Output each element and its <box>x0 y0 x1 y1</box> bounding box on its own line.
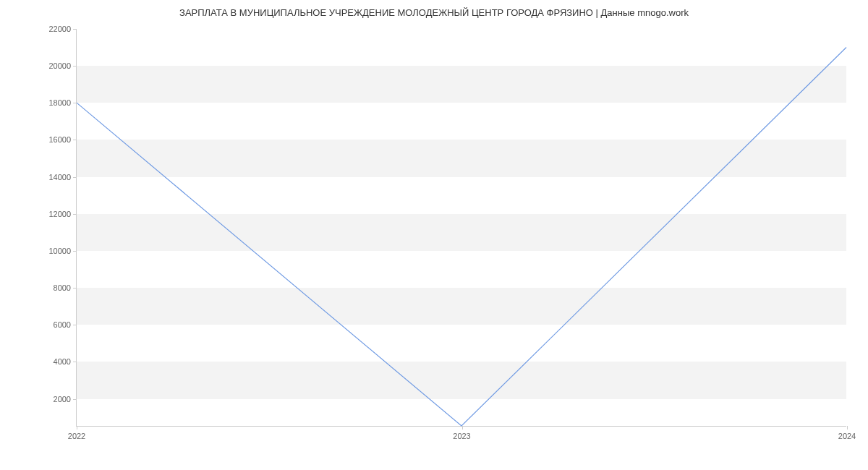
y-tick-label: 20000 <box>48 61 71 70</box>
y-tick-mark <box>73 29 77 30</box>
y-tick-label: 14000 <box>48 173 71 181</box>
x-tick-mark <box>77 426 77 430</box>
y-tick-mark <box>73 214 77 215</box>
series-line <box>77 48 846 426</box>
y-tick-label: 10000 <box>48 247 71 255</box>
y-tick-mark <box>73 325 77 325</box>
y-tick-mark <box>73 288 77 289</box>
chart-container: ЗАРПЛАТА В МУНИЦИПАЛЬНОЕ УЧРЕЖДЕНИЕ МОЛО… <box>0 0 868 470</box>
chart-svg <box>77 29 846 426</box>
y-tick-label: 18000 <box>48 98 71 107</box>
y-tick-mark <box>73 140 77 140</box>
x-tick-label: 2024 <box>838 432 856 440</box>
y-tick-label: 8000 <box>54 283 71 292</box>
y-tick-label: 12000 <box>48 210 71 218</box>
y-tick-mark <box>73 177 77 178</box>
y-tick-label: 4000 <box>54 357 71 366</box>
chart-title: ЗАРПЛАТА В МУНИЦИПАЛЬНОЕ УЧРЕЖДЕНИЕ МОЛО… <box>0 7 868 18</box>
y-tick-mark <box>73 251 77 252</box>
plot-area: 2000400060008000100001200014000160001800… <box>76 29 846 427</box>
y-tick-label: 16000 <box>48 135 71 144</box>
x-tick-mark <box>462 426 463 430</box>
y-tick-label: 22000 <box>48 25 71 33</box>
y-tick-mark <box>73 66 77 67</box>
y-tick-mark <box>73 103 77 103</box>
y-tick-label: 2000 <box>54 395 71 403</box>
x-tick-label: 2023 <box>453 432 470 440</box>
y-tick-label: 6000 <box>54 320 71 329</box>
x-tick-mark <box>847 426 848 430</box>
y-tick-mark <box>73 362 77 362</box>
x-tick-label: 2022 <box>68 432 85 440</box>
y-tick-mark <box>73 399 77 400</box>
